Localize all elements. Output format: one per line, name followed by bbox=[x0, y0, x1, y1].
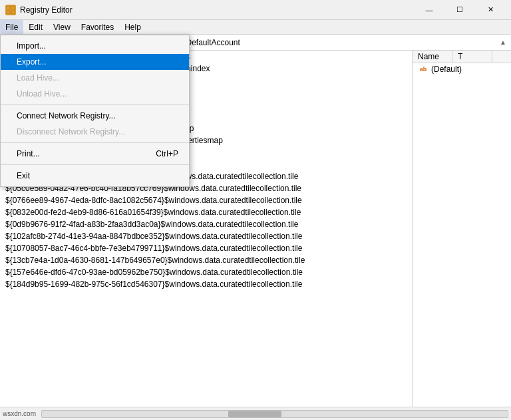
app-icon bbox=[5, 5, 16, 15]
tree-item[interactable]: ${0d9b9676-91f2-4fad-a83b-2faa3dd3ac0a}$… bbox=[0, 218, 412, 230]
file-menu-dropdown: Import... Export... Load Hive... Unload … bbox=[0, 35, 190, 187]
tree-item[interactable]: ${10708057-8ac7-46c4-bbfe-7e3eb4799711}$… bbox=[0, 242, 412, 254]
title-bar-controls: — ☐ ✕ bbox=[414, 0, 506, 20]
tree-item[interactable]: ${157e646e-dfd6-47c0-93ae-bd05962be750}$… bbox=[0, 266, 412, 278]
svg-rect-0 bbox=[7, 6, 10, 9]
horizontal-scrollbar[interactable] bbox=[41, 410, 508, 418]
title-bar-left: Registry Editor bbox=[5, 5, 73, 15]
menu-print-label: Print... bbox=[17, 149, 40, 158]
right-pane: Name T ab (Default) bbox=[413, 51, 511, 407]
address-scroll-up[interactable]: ▲ bbox=[498, 36, 508, 49]
svg-rect-2 bbox=[7, 11, 10, 14]
menu-export[interactable]: Export... bbox=[1, 54, 189, 70]
col-type: T bbox=[452, 51, 492, 63]
menu-print-shortcut: Ctrl+P bbox=[156, 149, 178, 158]
menu-item-view[interactable]: View bbox=[48, 20, 76, 34]
menu-connect-network[interactable]: Connect Network Registry... bbox=[1, 108, 189, 124]
menu-item-help[interactable]: Help bbox=[119, 20, 146, 34]
bottom-scrollbar: wsxdn.com bbox=[0, 407, 511, 420]
menu-item-edit[interactable]: Edit bbox=[23, 20, 48, 34]
close-button[interactable]: ✕ bbox=[475, 0, 506, 20]
menu-print[interactable]: Print... Ctrl+P bbox=[1, 146, 189, 162]
tree-item[interactable]: ${102afc8b-274d-41e3-94aa-8847bdbce352}$… bbox=[0, 230, 412, 242]
maximize-button[interactable]: ☐ bbox=[444, 0, 475, 20]
menu-import[interactable]: Import... bbox=[1, 38, 189, 54]
separator-1 bbox=[1, 105, 189, 105]
svg-rect-3 bbox=[11, 11, 15, 14]
menu-unload-hive: Unload Hive... bbox=[1, 86, 189, 102]
menu-load-hive: Load Hive... bbox=[1, 70, 189, 86]
status-text: wsxdn.com bbox=[0, 410, 39, 417]
window-title: Registry Editor bbox=[20, 5, 73, 15]
registry-icon: ab bbox=[418, 65, 428, 74]
svg-rect-1 bbox=[11, 6, 15, 9]
tree-item[interactable]: ${0832e00d-fe2d-4eb9-8d86-616a01654f39}$… bbox=[0, 206, 412, 218]
dropdown-menu: Import... Export... Load Hive... Unload … bbox=[0, 35, 190, 187]
registry-name: (Default) bbox=[431, 65, 462, 74]
menu-bar: File Edit View Favorites Help bbox=[0, 20, 511, 35]
scrollbar-thumb bbox=[228, 411, 281, 417]
title-bar: Registry Editor — ☐ ✕ bbox=[0, 0, 511, 20]
right-pane-header: Name T bbox=[413, 51, 511, 63]
separator-2 bbox=[1, 142, 189, 143]
tree-item[interactable]: ${13cb7e4a-1d0a-4630-8681-147b649657e0}$… bbox=[0, 254, 412, 266]
col-name: Name bbox=[413, 51, 452, 63]
registry-row-default[interactable]: ab (Default) bbox=[413, 63, 511, 75]
menu-exit[interactable]: Exit bbox=[1, 168, 189, 184]
menu-item-favorites[interactable]: Favorites bbox=[76, 20, 119, 34]
menu-disconnect-network: Disconnect Network Registry... bbox=[1, 124, 189, 140]
minimize-button[interactable]: — bbox=[414, 0, 444, 20]
separator-3 bbox=[1, 164, 189, 165]
tree-item[interactable]: ${184d9b95-1699-482b-975c-56f1cd546307}$… bbox=[0, 278, 412, 290]
tree-item[interactable]: ${0766ee89-4967-4eda-8dfc-8ac1082c5674}$… bbox=[0, 194, 412, 206]
menu-item-file[interactable]: File bbox=[0, 20, 23, 34]
